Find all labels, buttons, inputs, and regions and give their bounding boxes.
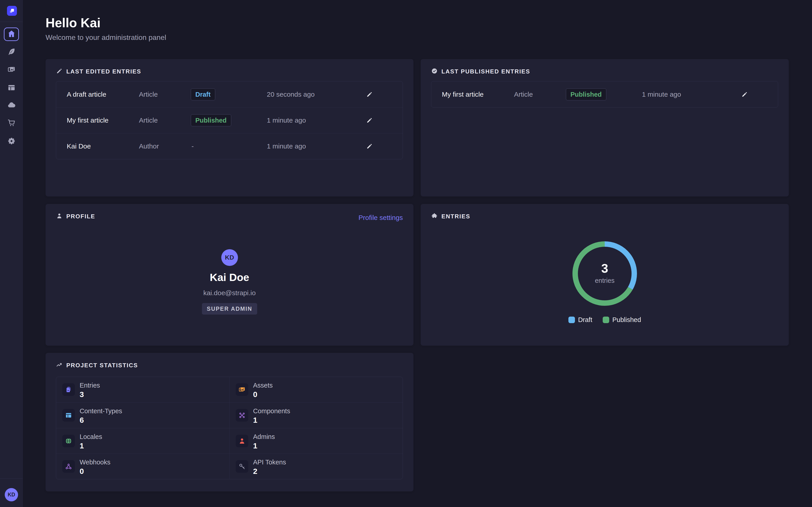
stat-value: 3 bbox=[80, 390, 84, 399]
last-edited-entries-panel: LAST EDITED ENTRIES A draft article Arti… bbox=[46, 59, 413, 196]
puzzle-icon bbox=[431, 213, 438, 220]
sidebar-item-deploy[interactable] bbox=[0, 101, 23, 110]
entry-type: Article bbox=[139, 116, 158, 124]
status-badge: Published bbox=[566, 88, 606, 100]
stat-webhooks: Webhooks 0 bbox=[56, 454, 230, 479]
table-row[interactable]: My first article Article Published 1 min… bbox=[431, 81, 778, 107]
chart-legend: Draft Published bbox=[421, 316, 789, 324]
stat-label: API Tokens bbox=[253, 459, 286, 466]
published-swatch bbox=[603, 317, 609, 323]
sidebar-item-marketplace[interactable] bbox=[0, 119, 23, 128]
entry-time: 1 minute ago bbox=[642, 91, 681, 98]
stat-label: Entries bbox=[80, 382, 100, 389]
entry-time: 20 seconds ago bbox=[267, 91, 315, 98]
legend-item-published: Published bbox=[603, 316, 641, 324]
home-icon bbox=[7, 29, 16, 39]
stat-value: 6 bbox=[80, 416, 84, 425]
stat-value: 1 bbox=[253, 441, 257, 450]
panel-title: PROFILE bbox=[66, 213, 95, 220]
feather-icon bbox=[7, 47, 16, 57]
document-icon bbox=[62, 383, 75, 396]
stat-value: 2 bbox=[253, 467, 257, 476]
stat-admins: Admins 1 bbox=[230, 428, 403, 454]
panel-title: ENTRIES bbox=[442, 213, 470, 220]
key-icon bbox=[236, 460, 248, 473]
stat-components: Components 1 bbox=[230, 402, 403, 428]
stat-label: Content-Types bbox=[80, 407, 122, 415]
sidebar-item-home[interactable] bbox=[4, 27, 19, 41]
legend-item-draft: Draft bbox=[568, 316, 592, 324]
legend-label: Draft bbox=[578, 316, 592, 324]
picture-icon bbox=[236, 383, 248, 396]
entry-name: A draft article bbox=[67, 91, 106, 98]
stat-value: 0 bbox=[80, 467, 84, 476]
stat-value: 1 bbox=[80, 441, 84, 450]
entry-name: Kai Doe bbox=[67, 143, 91, 150]
entry-name: My first article bbox=[67, 116, 108, 124]
strapi-logo bbox=[7, 6, 17, 16]
legend-label: Published bbox=[612, 316, 641, 324]
sidebar-item-content-manager[interactable] bbox=[0, 48, 23, 57]
entry-type: Author bbox=[139, 143, 159, 150]
stat-assets: Assets 0 bbox=[230, 377, 403, 402]
status-badge: Draft bbox=[191, 88, 215, 100]
stats-table: Entries 3 Assets 0 bbox=[56, 377, 403, 479]
edit-entry-button[interactable] bbox=[364, 115, 375, 125]
entries-count-label: entries bbox=[421, 277, 789, 284]
stat-label: Assets bbox=[253, 382, 273, 389]
role-badge: SUPER ADMIN bbox=[202, 303, 257, 315]
stat-label: Locales bbox=[80, 433, 102, 441]
entry-type: Article bbox=[139, 91, 158, 98]
stat-locales: Locales 1 bbox=[56, 428, 230, 454]
pencil-icon bbox=[56, 68, 63, 75]
page-title: Hello Kai bbox=[46, 15, 101, 30]
admin-person-icon bbox=[236, 435, 248, 447]
sidebar-item-media-library[interactable] bbox=[0, 66, 23, 74]
profile-settings-link[interactable]: Profile settings bbox=[358, 214, 403, 222]
status-badge: Published bbox=[191, 114, 231, 126]
person-icon bbox=[56, 213, 63, 220]
layout-icon bbox=[7, 83, 16, 93]
panel-title: LAST PUBLISHED ENTRIES bbox=[442, 68, 530, 75]
stat-entries: Entries 3 bbox=[56, 377, 230, 402]
panel-title: LAST EDITED ENTRIES bbox=[66, 68, 141, 75]
status-empty: - bbox=[192, 143, 194, 150]
webhook-icon bbox=[62, 460, 75, 473]
profile-avatar: KD bbox=[221, 249, 238, 266]
trending-up-icon bbox=[56, 361, 63, 369]
stat-value: 1 bbox=[253, 416, 257, 425]
entry-name: My first article bbox=[442, 91, 484, 98]
entries-panel: ENTRIES 3 entries Draft Published bbox=[421, 204, 789, 346]
stat-api-tokens: API Tokens 2 bbox=[230, 454, 403, 479]
table-row[interactable]: Kai Doe Author - 1 minute ago bbox=[56, 133, 403, 159]
entry-type: Article bbox=[514, 91, 533, 98]
gear-icon bbox=[7, 137, 16, 146]
entry-time: 1 minute ago bbox=[267, 116, 306, 124]
panel-title: PROJECT STATISTICS bbox=[66, 362, 138, 369]
sidebar: KD bbox=[0, 0, 23, 507]
profile-panel: PROFILE Profile settings KD Kai Doe kai.… bbox=[46, 204, 413, 346]
page-subtitle: Welcome to your administration panel bbox=[46, 33, 166, 42]
edit-entry-button[interactable] bbox=[364, 89, 375, 100]
entries-count: 3 bbox=[421, 261, 789, 276]
sidebar-user-avatar[interactable]: KD bbox=[5, 488, 18, 501]
cart-icon bbox=[7, 118, 16, 128]
sidebar-item-content-type-builder[interactable] bbox=[0, 83, 23, 93]
edit-entry-button[interactable] bbox=[740, 89, 750, 100]
edit-entry-button[interactable] bbox=[364, 141, 375, 152]
stat-value: 0 bbox=[253, 390, 257, 399]
project-statistics-panel: PROJECT STATISTICS Entries 3 bbox=[46, 353, 413, 492]
images-icon bbox=[7, 65, 16, 75]
table-row[interactable]: My first article Article Published 1 min… bbox=[56, 107, 403, 133]
layout-icon bbox=[62, 409, 75, 421]
last-published-table: My first article Article Published 1 min… bbox=[431, 81, 778, 108]
last-published-entries-panel: LAST PUBLISHED ENTRIES My first article … bbox=[421, 59, 789, 196]
table-row[interactable]: A draft article Article Draft 20 seconds… bbox=[56, 81, 403, 107]
stat-content-types: Content-Types 6 bbox=[56, 402, 230, 428]
entry-time: 1 minute ago bbox=[267, 143, 306, 150]
globe-icon bbox=[62, 435, 75, 447]
nodes-icon bbox=[236, 409, 248, 421]
stat-label: Components bbox=[253, 407, 290, 415]
draft-swatch bbox=[568, 317, 575, 323]
sidebar-item-settings[interactable] bbox=[0, 137, 23, 146]
